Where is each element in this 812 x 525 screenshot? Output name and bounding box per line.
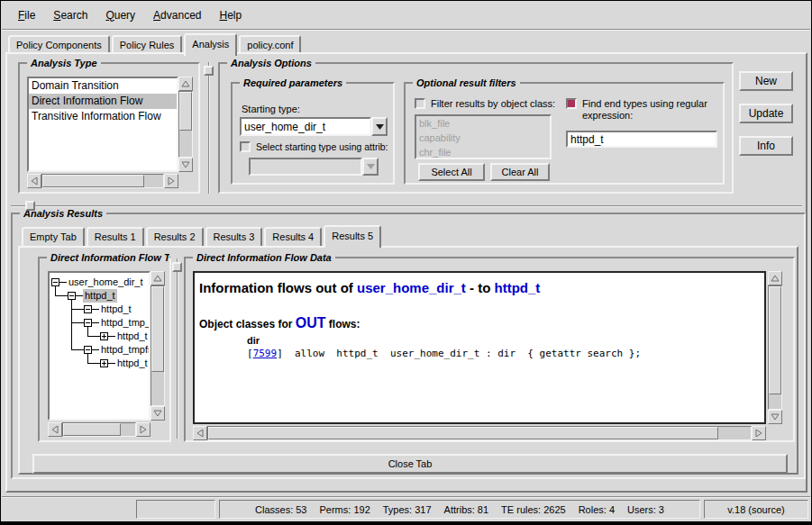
starting-type-entry[interactable] bbox=[240, 117, 371, 136]
flow-tree-hscrollbar[interactable] bbox=[48, 422, 151, 437]
menu-file[interactable]: File bbox=[9, 5, 44, 25]
scrollbar-thumb[interactable] bbox=[769, 286, 781, 394]
menu-advanced[interactable]: Advanced bbox=[144, 5, 210, 25]
options-sash[interactable] bbox=[208, 62, 210, 194]
flow-tree-legend: Direct Information Flow T bbox=[47, 251, 169, 264]
scrollbar-trough[interactable] bbox=[768, 285, 782, 410]
collapse-icon[interactable] bbox=[84, 346, 92, 354]
tree-node-user-home-dir-t[interactable]: user_home_dir_t bbox=[67, 276, 145, 289]
options-sash-handle[interactable] bbox=[204, 66, 214, 76]
rule-number-link[interactable]: 7599 bbox=[253, 348, 278, 359]
tab-policy-rules[interactable]: Policy Rules bbox=[112, 35, 183, 54]
app-window: FileSearchQueryAdvancedHelp Policy Compo… bbox=[0, 0, 812, 525]
info-button[interactable]: Info bbox=[739, 136, 793, 156]
analysis-type-listbox[interactable]: Domain TransitionDirect Information Flow… bbox=[27, 77, 178, 172]
filter-checkbox-row: Filter results by object class: bbox=[415, 98, 555, 109]
scroll-down-button[interactable] bbox=[178, 158, 193, 172]
scrollbar-thumb[interactable] bbox=[151, 286, 164, 372]
status-stat: Roles: 4 bbox=[579, 504, 615, 515]
results-sash-handle[interactable] bbox=[25, 201, 35, 211]
scroll-up-button[interactable] bbox=[151, 271, 165, 285]
scroll-right-icon bbox=[167, 177, 176, 186]
scrollbar-thumb[interactable] bbox=[42, 175, 144, 187]
scrollbar-trough[interactable] bbox=[62, 422, 136, 437]
scroll-down-button[interactable] bbox=[768, 410, 782, 424]
collapse-icon[interactable] bbox=[51, 278, 59, 286]
results-tab-results-3[interactable]: Results 3 bbox=[205, 227, 263, 246]
tree-node-httpd-t[interactable]: httpd_t bbox=[99, 303, 133, 316]
object-class-listbox: blk_filecapabilitychr_file bbox=[415, 114, 552, 159]
update-button[interactable]: Update bbox=[739, 104, 793, 123]
collapse-icon[interactable] bbox=[84, 319, 92, 327]
scrollbar-trough[interactable] bbox=[207, 426, 752, 440]
scroll-down-button[interactable] bbox=[151, 406, 165, 421]
tree-data-sash-handle[interactable] bbox=[172, 262, 182, 272]
scrollbar-thumb[interactable] bbox=[208, 427, 718, 439]
analysis-type-group: Analysis Type Domain TransitionDirect In… bbox=[18, 62, 200, 194]
collapse-icon[interactable] bbox=[68, 292, 76, 300]
attrib-dropdown-button[interactable] bbox=[362, 158, 379, 176]
scrollbar-thumb[interactable] bbox=[179, 92, 192, 131]
close-tab-button[interactable]: Close Tab bbox=[32, 454, 788, 474]
tab-analysis[interactable]: Analysis bbox=[184, 33, 237, 56]
scroll-down-icon bbox=[181, 160, 190, 169]
starting-type-dropdown-button[interactable] bbox=[371, 117, 388, 136]
menu-search[interactable]: Search bbox=[44, 5, 96, 25]
scroll-left-button[interactable] bbox=[27, 174, 41, 188]
results-tab-results-2[interactable]: Results 2 bbox=[146, 227, 204, 246]
analysis-type-hscrollbar[interactable] bbox=[27, 174, 178, 188]
scrollbar-trough[interactable] bbox=[41, 174, 164, 188]
attrib-checkbox-row: Select starting type using attrib: bbox=[240, 141, 395, 152]
list-item-transitive-information-flow[interactable]: Transitive Information Flow bbox=[29, 109, 177, 124]
tree-node-httpd-tmpfs-t[interactable]: httpd_tmpfs_t bbox=[99, 343, 151, 357]
analysis-type-vscrollbar[interactable] bbox=[178, 77, 193, 172]
tree-node-httpd-t[interactable]: httpd_t bbox=[115, 357, 150, 370]
scroll-right-button[interactable] bbox=[752, 426, 766, 440]
status-stat: Perms: 192 bbox=[320, 504, 370, 515]
new-button[interactable]: New bbox=[739, 71, 793, 91]
scroll-right-button[interactable] bbox=[164, 174, 178, 188]
expand-icon[interactable] bbox=[100, 332, 108, 340]
required-parameters-legend: Required parameters bbox=[240, 77, 346, 89]
tree-data-sash[interactable] bbox=[177, 258, 178, 439]
optional-filters-group: Optional result filters Filter results b… bbox=[404, 82, 725, 185]
list-item-direct-information-flow[interactable]: Direct Information Flow bbox=[29, 94, 177, 109]
attrib-checkbox[interactable] bbox=[240, 141, 251, 152]
menu-help[interactable]: Help bbox=[210, 5, 251, 25]
scrollbar-trough[interactable] bbox=[178, 91, 193, 158]
scrollbar-thumb[interactable] bbox=[63, 423, 121, 436]
results-tab-results-5[interactable]: Results 5 bbox=[324, 225, 381, 248]
expand-icon[interactable] bbox=[100, 359, 108, 367]
flow-heading: Information flows out of user_home_dir_t… bbox=[199, 280, 764, 295]
filter-by-class-checkbox[interactable] bbox=[415, 98, 425, 109]
flow-data-vscrollbar[interactable] bbox=[768, 271, 782, 424]
scroll-right-button[interactable] bbox=[136, 422, 151, 437]
tree-node-httpd-tmp-t[interactable]: httpd_tmp_t bbox=[99, 316, 151, 330]
results-sash[interactable] bbox=[11, 205, 802, 207]
scroll-up-button[interactable] bbox=[178, 77, 193, 91]
flow-data-hscrollbar[interactable] bbox=[193, 426, 766, 440]
menu-query[interactable]: Query bbox=[96, 5, 144, 25]
list-item-domain-transition[interactable]: Domain Transition bbox=[29, 78, 177, 94]
tab-policy-conf[interactable]: policy.conf bbox=[239, 35, 301, 54]
flow-data-text[interactable]: Information flows out of user_home_dir_t… bbox=[193, 271, 766, 424]
collapse-icon[interactable] bbox=[84, 305, 92, 313]
tab-policy-components[interactable]: Policy Components bbox=[8, 35, 110, 54]
scroll-left-button[interactable] bbox=[48, 422, 62, 437]
tree-node-httpd-t[interactable]: httpd_t bbox=[83, 289, 117, 303]
tree-node-httpd-t[interactable]: httpd_t bbox=[115, 330, 150, 343]
find-end-types-regex-checkbox[interactable] bbox=[566, 98, 577, 109]
scroll-left-button[interactable] bbox=[193, 426, 207, 440]
list-item-capability: capability bbox=[416, 131, 550, 145]
scroll-up-button[interactable] bbox=[768, 271, 782, 285]
scrollbar-trough[interactable] bbox=[151, 285, 165, 406]
select-all-button[interactable]: Select All bbox=[418, 163, 485, 181]
attrib-entry[interactable] bbox=[249, 158, 362, 176]
clear-all-button[interactable]: Clear All bbox=[490, 163, 550, 181]
flow-tree[interactable]: user_home_dir_thttpd_thttpd_thttpd_tmp_t… bbox=[48, 271, 151, 421]
results-tab-results-1[interactable]: Results 1 bbox=[87, 227, 144, 246]
regex-entry[interactable] bbox=[566, 131, 717, 148]
results-tab-results-4[interactable]: Results 4 bbox=[264, 227, 322, 246]
results-tab-empty-tab[interactable]: Empty Tab bbox=[22, 227, 85, 246]
flow-tree-vscrollbar[interactable] bbox=[151, 271, 165, 421]
